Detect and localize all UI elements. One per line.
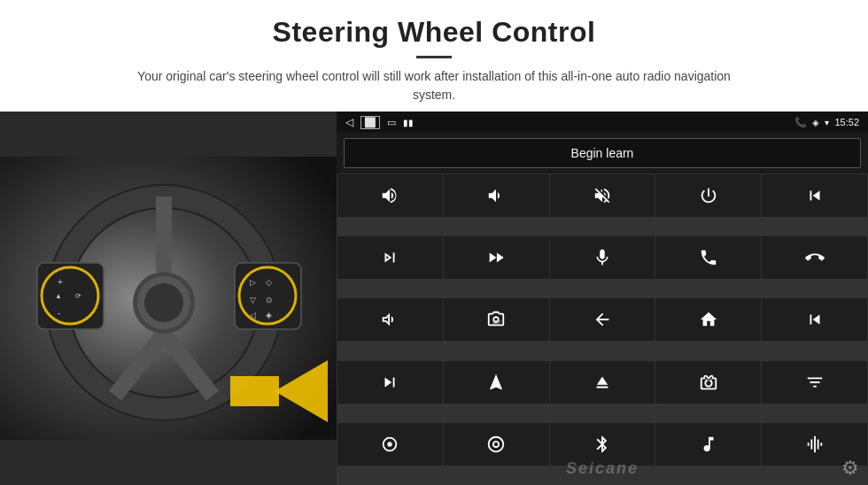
svg-text:360°: 360° xyxy=(493,320,502,325)
back-nav-button[interactable] xyxy=(550,298,655,341)
subtitle: Your original car's steering wheel contr… xyxy=(124,67,744,104)
power-icon xyxy=(699,186,718,205)
battery-sd-icon: ▮▮ xyxy=(403,118,414,127)
phone-prev-button[interactable] xyxy=(762,174,867,217)
android-unit: ◁ ⬜ ▭ ▮▮ 📞 ◈ ▾ 15:52 Begin learn xyxy=(337,112,868,485)
phone-call-button[interactable] xyxy=(655,236,761,279)
microphone-button[interactable] xyxy=(550,236,655,279)
wifi-icon: ▾ xyxy=(825,118,829,127)
mute-icon xyxy=(593,186,612,205)
home-nav-icon xyxy=(699,310,718,329)
content-section: + ▲ - ⟳ ▷ ◇ ▽ ⊙ ◁ ◈ xyxy=(0,112,868,485)
skip-next-icon xyxy=(380,373,399,392)
location-icon: ◈ xyxy=(812,118,819,127)
recents-icon[interactable]: ▭ xyxy=(387,117,396,128)
svg-rect-9 xyxy=(37,263,104,329)
eject-button[interactable] xyxy=(550,361,655,404)
svg-text:▽: ▽ xyxy=(250,296,256,304)
equalizer-settings-button[interactable] xyxy=(762,361,867,404)
svg-text:◈: ◈ xyxy=(266,311,272,319)
navigation-icon xyxy=(486,373,506,392)
controls-grid: 360° xyxy=(337,173,868,485)
time-display: 15:52 xyxy=(834,117,859,127)
home-nav-icon[interactable]: ⬜ xyxy=(360,116,380,129)
skip-next-button[interactable] xyxy=(337,361,443,404)
status-bar: ◁ ⬜ ▭ ▮▮ 📞 ◈ ▾ 15:52 xyxy=(337,112,868,133)
title-divider xyxy=(416,56,452,58)
svg-rect-24 xyxy=(230,376,279,406)
mute-button[interactable] xyxy=(550,174,655,217)
next-track-icon xyxy=(380,248,399,267)
header-section: Steering Wheel Control Your original car… xyxy=(0,0,868,112)
settings-gear-icon[interactable]: ⚙ xyxy=(841,457,859,480)
vol-down-icon xyxy=(486,186,506,205)
svg-text:+: + xyxy=(58,277,63,287)
bluetooth-icon xyxy=(593,435,612,454)
vol-up-icon xyxy=(380,186,399,205)
settings-wheel-button[interactable] xyxy=(444,423,549,466)
settings-wheel-icon xyxy=(486,435,506,454)
vol-down-button[interactable] xyxy=(444,174,549,217)
phone-status-icon: 📞 xyxy=(794,117,807,128)
next-track-button[interactable] xyxy=(337,236,443,279)
begin-learn-row: Begin learn xyxy=(337,133,868,173)
fast-forward-icon xyxy=(486,248,506,267)
phone-call-icon xyxy=(699,248,718,267)
steering-wheel-image: + ▲ - ⟳ ▷ ◇ ▽ ⊙ ◁ ◈ xyxy=(0,112,337,485)
begin-learn-button[interactable]: Begin learn xyxy=(344,138,861,168)
phone-prev-icon xyxy=(805,186,825,205)
svg-text:▷: ▷ xyxy=(250,278,256,287)
vol-up-button[interactable] xyxy=(337,174,443,217)
svg-point-8 xyxy=(144,283,183,322)
voice-icon xyxy=(380,435,399,454)
svg-text:-: - xyxy=(58,308,60,318)
status-left: ◁ ⬜ ▭ ▮▮ xyxy=(345,116,414,129)
svg-text:⊙: ⊙ xyxy=(266,296,273,304)
microphone-icon xyxy=(593,248,612,267)
back-nav-icon xyxy=(593,310,612,329)
music-button[interactable] xyxy=(655,423,761,466)
page-title: Steering Wheel Control xyxy=(35,16,833,49)
equalizer-settings-icon xyxy=(805,373,825,392)
fast-forward-button[interactable] xyxy=(444,236,549,279)
bluetooth-button[interactable] xyxy=(550,423,655,466)
status-right: 📞 ◈ ▾ 15:52 xyxy=(794,117,859,128)
steering-wheel-svg: + ▲ - ⟳ ▷ ◇ ▽ ⊙ ◁ ◈ xyxy=(0,112,337,485)
svg-text:▲: ▲ xyxy=(55,292,62,300)
hang-up-icon xyxy=(805,248,825,267)
navigation-button[interactable] xyxy=(444,361,549,404)
music-icon xyxy=(699,435,718,454)
power-button[interactable] xyxy=(655,174,761,217)
radio-icon xyxy=(699,373,718,392)
audio-eq-icon xyxy=(805,435,825,454)
skip-back-button[interactable] xyxy=(762,298,867,341)
camera-360-button[interactable]: 360° xyxy=(444,298,549,341)
radio-button[interactable] xyxy=(655,361,761,404)
voice-button[interactable] xyxy=(337,423,443,466)
skip-back-icon xyxy=(805,310,825,329)
horn-button[interactable] xyxy=(337,298,443,341)
svg-text:◇: ◇ xyxy=(266,278,272,287)
camera-360-icon: 360° xyxy=(486,310,506,329)
hang-up-button[interactable] xyxy=(762,236,867,279)
eject-icon xyxy=(593,373,612,392)
back-icon[interactable]: ◁ xyxy=(345,116,353,128)
horn-icon xyxy=(380,310,399,329)
home-nav-button[interactable] xyxy=(655,298,761,341)
svg-text:⟳: ⟳ xyxy=(75,292,81,300)
page-container: Steering Wheel Control Your original car… xyxy=(0,0,868,485)
